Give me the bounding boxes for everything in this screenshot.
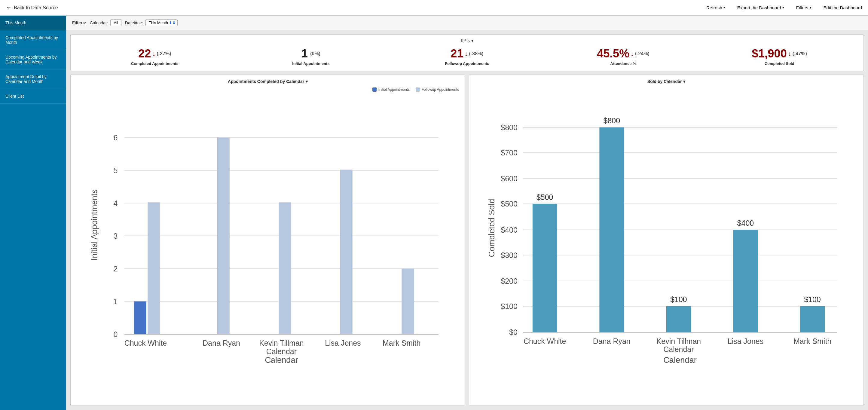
kpi-sold-label: Completed Sold [701,61,858,66]
back-label: Back to Data Source [14,5,58,10]
datetime-filter-label: Datetime: [125,21,143,25]
bar-sold-lisa [733,230,758,333]
legend-initial: Initial Appointments [372,88,410,92]
svg-text:Chuck White: Chuck White [524,337,566,345]
svg-text:1: 1 [113,297,118,306]
sidebar-item-client-list[interactable]: Client List [0,89,66,104]
sold-x-axis-title: Calendar [663,356,697,365]
kpi-attendance: 45.5% ↓ (-24%) Attendance % [545,47,702,66]
main-layout: This Month Completed Appointments by Mon… [0,15,868,410]
sidebar-item-appointment-detail[interactable]: Appointment Detail by Calendar and Month [0,69,66,89]
svg-text:$100: $100 [804,295,821,304]
bar-sold-mark [800,306,825,332]
svg-text:3: 3 [113,232,118,240]
kpi-initial-label: Initial Appointments [233,61,389,66]
svg-text:$100: $100 [501,302,518,311]
charts-row: Appointments Completed by Calendar ▾ Ini… [70,74,864,406]
nav-actions: Refresh ▾ Export the Dashboard ▾ Filters… [706,5,862,10]
sold-chart-title[interactable]: Sold by Calendar ▾ [475,79,858,84]
export-caret-icon: ▾ [782,6,784,10]
bar-dana-followup [217,138,229,334]
kpi-completed-sold: $1,900 ↓ (-47%) Completed Sold [701,47,858,66]
svg-text:$0: $0 [509,328,518,336]
appointments-chart-svg-wrap: Initial Appointments 6 5 4 3 [76,94,459,400]
calendar-filter: Calendar: All [90,19,121,26]
filters-bar: Filters: Calendar: All Datetime: This Mo… [66,15,868,30]
bar-sold-kevin [666,306,691,332]
bar-sold-chuck [533,204,557,332]
appointments-chart-legend: Initial Appointments Followup Appointmen… [76,88,459,92]
svg-text:Kevin Tillman: Kevin Tillman [259,339,304,347]
sold-chart-svg: Completed Sold $800 $700 $600 $500 [475,88,858,400]
bar-mark-followup [402,269,414,334]
back-to-datasource-link[interactable]: ← Back to Data Source [6,4,58,11]
appointments-chart-svg: Initial Appointments 6 5 4 3 [76,94,459,400]
appointments-chart-panel: Appointments Completed by Calendar ▾ Ini… [70,74,465,406]
kpi-attendance-change: (-24%) [635,51,650,57]
datetime-filter: Datetime: This Month ⬆⬇ [125,19,178,26]
svg-text:Kevin Tillman: Kevin Tillman [656,337,701,345]
filters-caret-icon: ▾ [810,6,811,10]
kpi-followup-arrow: ↓ [465,50,468,58]
svg-text:Mark Smith: Mark Smith [794,337,831,345]
svg-text:Lisa Jones: Lisa Jones [325,339,361,347]
kpi-sold-change: (-47%) [793,51,807,57]
legend-followup: Followup Appointments [416,88,459,92]
filters-label: Filters: [72,21,86,25]
svg-text:Mark Smith: Mark Smith [382,339,421,347]
svg-text:2: 2 [113,264,118,273]
kpi-header[interactable]: KPIs ▾ [76,38,858,43]
kpi-followup-label: Followup Appointments [389,61,545,66]
svg-text:$800: $800 [501,123,518,132]
kpi-panel: KPIs ▾ 22 ↓ (-37%) Completed Appointment… [70,34,864,71]
svg-text:Calendar: Calendar [663,345,694,353]
datetime-select[interactable]: This Month [146,19,178,26]
svg-text:Calendar: Calendar [266,347,297,356]
bar-lisa-followup [340,169,352,334]
kpi-completed-change: (-37%) [157,51,171,57]
legend-followup-dot [416,88,420,92]
kpi-initial-appointments: 1 (0%) Initial Appointments [233,47,389,66]
kpi-sold-arrow: ↓ [788,50,792,58]
svg-text:$500: $500 [501,199,518,208]
svg-text:$400: $400 [737,219,754,227]
sold-chart-panel: Sold by Calendar ▾ Completed Sold $800 [469,74,864,406]
legend-initial-dot [372,88,377,92]
sidebar-item-completed-appointments[interactable]: Completed Appointments by Month [0,30,66,50]
back-arrow-icon: ← [6,4,11,11]
sidebar-item-this-month[interactable]: This Month [0,15,66,30]
appointments-x-axis-title: Calendar [265,355,298,365]
kpi-caret-icon: ▾ [471,38,473,43]
svg-text:$500: $500 [536,193,553,201]
kpi-completed-arrow: ↓ [152,50,155,58]
edit-dashboard-button[interactable]: Edit the Dashboard [824,5,862,10]
kpi-completed-value: 22 [138,47,151,60]
bar-kevin-followup [279,202,291,334]
svg-text:5: 5 [113,166,118,175]
content-area: Filters: Calendar: All Datetime: This Mo… [66,15,868,410]
svg-text:$700: $700 [501,149,518,157]
kpi-sold-value: $1,900 [752,47,787,60]
sidebar: This Month Completed Appointments by Mon… [0,15,66,410]
dashboard-panels: KPIs ▾ 22 ↓ (-37%) Completed Appointment… [66,30,868,410]
export-button[interactable]: Export the Dashboard ▾ [737,5,784,10]
svg-text:4: 4 [113,199,118,208]
svg-text:Dana Ryan: Dana Ryan [593,337,630,345]
filters-button[interactable]: Filters ▾ [796,5,811,10]
svg-text:$800: $800 [603,116,620,125]
svg-text:$600: $600 [501,174,518,183]
kpi-initial-value: 1 [302,47,308,60]
sidebar-item-upcoming-appointments[interactable]: Upcoming Appointments by Calendar and We… [0,50,66,69]
bar-chuck-initial [134,302,146,334]
kpi-attendance-value: 45.5% [597,47,629,60]
kpi-initial-change: (0%) [309,51,320,57]
refresh-button[interactable]: Refresh ▾ [706,5,725,10]
calendar-all-button[interactable]: All [110,19,121,26]
kpi-followup-change: (-38%) [469,51,484,57]
svg-text:Chuck White: Chuck White [124,339,167,347]
appointments-chart-title[interactable]: Appointments Completed by Calendar ▾ [76,79,459,84]
bar-chuck-followup [148,202,160,334]
kpi-followup-appointments: 21 ↓ (-38%) Followup Appointments [389,47,545,66]
svg-text:Lisa Jones: Lisa Jones [727,337,764,345]
kpi-followup-value: 21 [451,47,463,60]
